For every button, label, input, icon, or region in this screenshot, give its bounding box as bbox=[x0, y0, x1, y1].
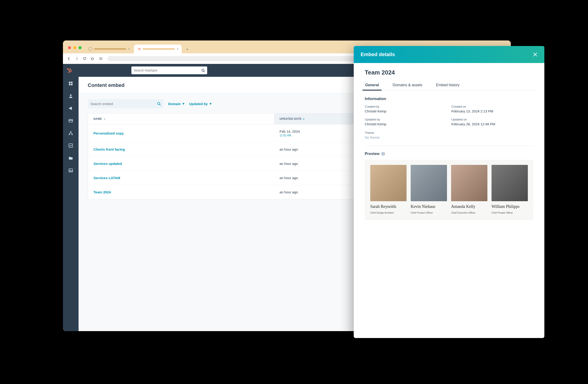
preview-person: Amanda Kelly Chief Executive Officer bbox=[451, 165, 487, 214]
window-close-icon[interactable] bbox=[68, 46, 71, 49]
panel-header: Embed details bbox=[354, 46, 544, 63]
person-role: Chief Product Officer bbox=[411, 212, 447, 214]
chart-icon[interactable] bbox=[68, 143, 73, 148]
svg-point-12 bbox=[68, 72, 69, 73]
svg-point-28 bbox=[158, 102, 160, 105]
info-updated-on: Updated on February 28, 2024 12:48 PM bbox=[451, 118, 533, 126]
embed-detail-panel: Embed details Team 2024 General Domains … bbox=[354, 46, 544, 338]
tab-general[interactable]: General bbox=[365, 81, 379, 90]
tab-domains-assets[interactable]: Domains & assets bbox=[392, 81, 423, 90]
information-heading: Information bbox=[365, 97, 533, 101]
search-icon[interactable] bbox=[201, 69, 205, 72]
svg-point-10 bbox=[70, 68, 71, 69]
avatar bbox=[411, 165, 447, 201]
avatar bbox=[492, 165, 528, 201]
info-icon[interactable]: i bbox=[381, 152, 385, 156]
created-on-label: Created on bbox=[451, 105, 533, 108]
created-by-label: Created by bbox=[365, 105, 447, 108]
reload-icon[interactable] bbox=[83, 57, 86, 61]
forward-icon[interactable] bbox=[75, 57, 79, 61]
info-updated-by: Updated by Christel Kemp bbox=[365, 118, 447, 126]
search-icon[interactable] bbox=[157, 102, 161, 106]
divider bbox=[365, 146, 533, 146]
svg-point-19 bbox=[70, 94, 72, 96]
window-zoom-icon[interactable] bbox=[79, 46, 82, 49]
svg-point-13 bbox=[202, 69, 204, 71]
preview-card: Sarah Reynolds Chief Design Architect Ke… bbox=[365, 160, 533, 220]
svg-point-22 bbox=[70, 131, 71, 133]
info-created-on: Created on February 13, 2024 2:13 PM bbox=[451, 105, 533, 113]
megaphone-icon[interactable] bbox=[68, 106, 73, 111]
preview-heading: Preview i bbox=[365, 152, 533, 156]
embed-name[interactable]: Personalized copy bbox=[93, 131, 124, 135]
embed-search[interactable] bbox=[88, 99, 164, 108]
col-updated-date-label: UPDATED DATE bbox=[279, 117, 302, 120]
preview-person: Kevin Niehaus Chief Product Officer bbox=[411, 165, 447, 214]
filter-domain[interactable]: Domain ▾ bbox=[168, 102, 185, 106]
card-icon[interactable] bbox=[68, 118, 73, 123]
person-name: Amanda Kelly bbox=[451, 204, 487, 209]
window-controls bbox=[68, 46, 82, 49]
svg-line-2 bbox=[139, 48, 139, 49]
hierarchy-icon[interactable] bbox=[68, 131, 73, 136]
preview-label: Preview bbox=[365, 152, 379, 156]
close-icon[interactable] bbox=[533, 52, 537, 57]
embed-name[interactable]: Services updated bbox=[93, 162, 122, 166]
grid-icon[interactable] bbox=[68, 81, 73, 86]
close-icon[interactable]: × bbox=[128, 47, 130, 51]
sidebar bbox=[63, 77, 79, 331]
hubspot-logo-icon[interactable] bbox=[67, 68, 72, 73]
back-icon[interactable] bbox=[67, 57, 71, 61]
browser-tab-2[interactable]: × bbox=[134, 45, 182, 53]
svg-rect-25 bbox=[69, 144, 73, 147]
svg-rect-16 bbox=[71, 82, 73, 83]
user-icon[interactable] bbox=[68, 93, 73, 98]
info-created-by: Created by Christel Kemp bbox=[365, 105, 447, 113]
svg-rect-17 bbox=[69, 84, 70, 85]
created-on-value: February 13, 2024 2:13 PM bbox=[451, 109, 533, 113]
panel-entity-title: Team 2024 bbox=[365, 69, 533, 76]
home-icon[interactable] bbox=[90, 57, 94, 61]
preview-person: Sarah Reynolds Chief Design Architect bbox=[370, 165, 407, 214]
svg-point-5 bbox=[100, 59, 101, 60]
updated-on-value: February 28, 2024 12:48 PM bbox=[451, 122, 533, 126]
close-icon[interactable]: × bbox=[177, 47, 178, 51]
svg-point-1 bbox=[139, 48, 141, 50]
svg-line-8 bbox=[68, 69, 69, 70]
person-name: Kevin Niehaus bbox=[411, 204, 447, 209]
svg-line-11 bbox=[69, 72, 70, 72]
svg-line-29 bbox=[160, 104, 161, 105]
preview-person: William Philipps Chief People Officer bbox=[492, 165, 528, 214]
col-name-label: NAME bbox=[93, 117, 102, 120]
global-search[interactable] bbox=[131, 67, 207, 74]
updated-by-label: Updated by bbox=[365, 118, 447, 121]
tab-embed-history[interactable]: Embed history bbox=[436, 81, 460, 90]
svg-point-4 bbox=[101, 58, 102, 59]
site-settings-icon[interactable] bbox=[98, 56, 103, 61]
global-search-input[interactable] bbox=[134, 68, 200, 72]
filter-updated-by-label: Updated by bbox=[189, 102, 208, 106]
folder-icon[interactable] bbox=[68, 156, 73, 160]
embed-name[interactable]: Services LATAM bbox=[93, 176, 120, 180]
caret-down-icon: ▾ bbox=[210, 102, 211, 106]
embed-search-input[interactable] bbox=[90, 102, 155, 106]
image-icon[interactable] bbox=[68, 168, 73, 173]
created-by-value: Christel Kemp bbox=[365, 109, 447, 113]
filter-updated-by[interactable]: Updated by ▾ bbox=[189, 102, 211, 106]
panel-tabs: General Domains & assets Embed history bbox=[361, 81, 537, 90]
browser-tab-1[interactable]: × bbox=[85, 45, 133, 53]
embed-name[interactable]: Team 2024 bbox=[93, 190, 111, 194]
window-minimize-icon[interactable] bbox=[73, 46, 76, 49]
col-name[interactable]: NAME ⇅ bbox=[88, 113, 274, 124]
hubspot-icon bbox=[137, 47, 141, 51]
updated-on-label: Updated on bbox=[451, 118, 533, 121]
tab-title-placeholder bbox=[143, 48, 175, 50]
theme-label: Theme bbox=[365, 131, 533, 135]
new-tab-button[interactable]: ＋ bbox=[184, 46, 190, 52]
svg-rect-21 bbox=[69, 120, 73, 121]
theme-value: No theme bbox=[365, 136, 533, 139]
info-grid: Created by Christel Kemp Created on Febr… bbox=[365, 105, 533, 126]
svg-point-23 bbox=[69, 134, 70, 135]
panel-header-title: Embed details bbox=[361, 51, 395, 57]
embed-name[interactable]: Clients front facing bbox=[93, 147, 125, 151]
